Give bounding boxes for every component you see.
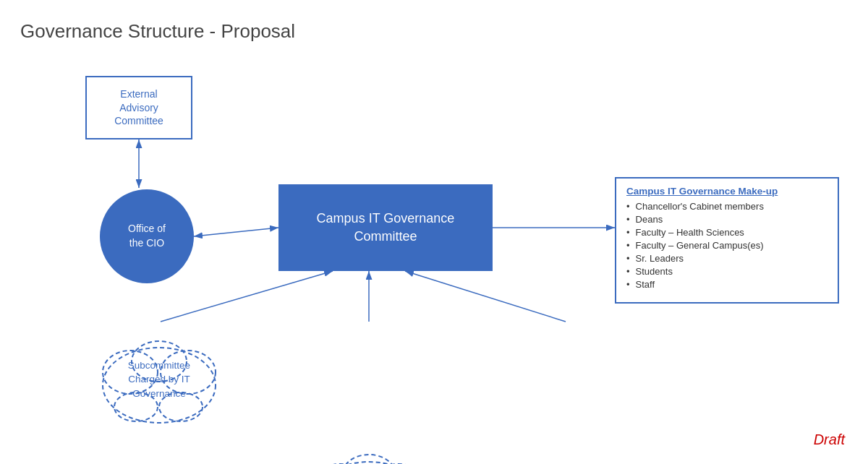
cloud-left: .cloud-path { fill: none; stroke: #3b6bb… [87, 322, 231, 437]
svg-line-22 [194, 228, 278, 236]
page-title: Governance Structure - Proposal [20, 20, 295, 43]
cloud-left-label: SubcommitteeCharged by ITGovernance [101, 343, 217, 416]
makeup-item: Sr. Leaders [626, 253, 827, 264]
cio-circle: Office ofthe CIO [100, 189, 194, 283]
draft-label: Draft [814, 431, 845, 448]
campus-it-label: Campus IT GovernanceCommittee [317, 210, 455, 246]
cloud-center-label: DataGovernance [316, 457, 422, 464]
makeup-box: Campus IT Governance Make-up Chancellor'… [615, 177, 839, 304]
makeup-item: Faculty – General Campus(es) [626, 240, 827, 251]
cio-label: Office ofthe CIO [128, 222, 166, 250]
svg-line-26 [405, 271, 566, 322]
makeup-item: Chancellor's Cabinet members [626, 201, 827, 212]
external-advisory-label: ExternalAdvisoryCommittee [114, 87, 163, 129]
external-advisory-box: ExternalAdvisoryCommittee [85, 76, 192, 139]
makeup-item: Deans [626, 214, 827, 225]
svg-line-24 [161, 271, 333, 322]
makeup-item: Faculty – Health Sciences [626, 227, 827, 238]
makeup-box-title: Campus IT Governance Make-up [626, 186, 827, 197]
cloud-center: .cloud-path2 { fill: none; stroke: #3b6b… [300, 437, 438, 464]
makeup-item: Students [626, 266, 827, 277]
makeup-item: Staff [626, 279, 827, 290]
makeup-list: Chancellor's Cabinet members Deans Facul… [626, 201, 827, 290]
campus-it-box: Campus IT GovernanceCommittee [278, 184, 493, 271]
